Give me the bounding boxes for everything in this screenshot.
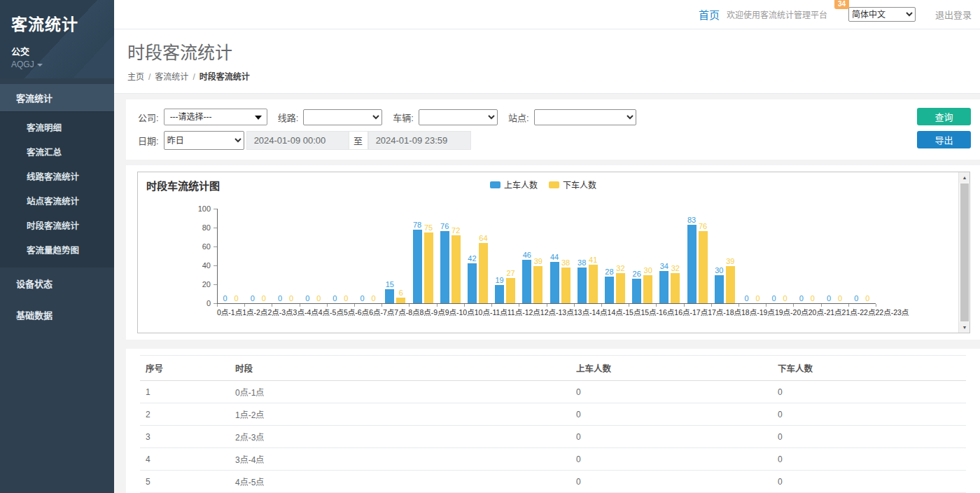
- scroll-up-icon[interactable]: ▲: [959, 172, 970, 183]
- bar-上车人数[interactable]: 44: [550, 253, 559, 303]
- table-cell: 0: [570, 381, 772, 403]
- bar-下车人数[interactable]: 64: [479, 234, 488, 303]
- x-label-3点-4点: 3点-4点: [293, 307, 318, 317]
- vehicle-select[interactable]: [419, 109, 498, 125]
- sidebar-item-站点客流统计[interactable]: 站点客流统计: [0, 188, 114, 213]
- date-start-input[interactable]: [246, 131, 349, 150]
- bar-下车人数[interactable]: 0: [753, 294, 762, 303]
- table-header-row: 序号时段上车人数下车人数: [140, 356, 966, 381]
- bar-上车人数[interactable]: 0: [330, 294, 340, 303]
- bar-上车人数[interactable]: 42: [468, 254, 477, 303]
- bar-上车人数[interactable]: 0: [825, 294, 834, 303]
- scrollbar-thumb[interactable]: [960, 183, 969, 321]
- sidebar-section-设备状态[interactable]: 设备状态: [0, 268, 114, 299]
- org-switcher[interactable]: AQGJ: [11, 60, 104, 69]
- bar-下车人数[interactable]: 0: [780, 294, 790, 303]
- bar-下车人数[interactable]: 0: [342, 294, 351, 303]
- sidebar-item-线路客流统计[interactable]: 线路客流统计: [0, 164, 114, 188]
- line-select[interactable]: [303, 109, 382, 125]
- x-label-text: 1点-2点: [242, 307, 267, 317]
- bar-下车人数[interactable]: 76: [699, 222, 708, 303]
- bar-上车人数[interactable]: 0: [769, 294, 778, 303]
- x-axis-category-labels: 0点-1点1点-2点2点-3点3点-4点4点-5点5点-6点6点-7点7点-8点…: [217, 307, 876, 317]
- bar-下车人数[interactable]: 0: [232, 294, 241, 303]
- bar-上车人数[interactable]: 0: [248, 294, 257, 303]
- bar-下车人数[interactable]: 0: [836, 294, 845, 303]
- bar-上车人数[interactable]: 34: [659, 262, 668, 303]
- chart-scrollbar[interactable]: ▲ ▼: [958, 172, 969, 333]
- bar-上车人数[interactable]: 0: [276, 294, 285, 303]
- bar-上车人数[interactable]: 0: [358, 294, 367, 303]
- bar-上车人数[interactable]: 28: [605, 268, 614, 303]
- bar-上车人数[interactable]: 83: [687, 216, 696, 303]
- bar-下车人数[interactable]: 27: [506, 269, 515, 303]
- bar-下车人数[interactable]: 38: [561, 258, 570, 303]
- bar-下车人数[interactable]: 0: [808, 294, 817, 303]
- bar-value-label: 0: [278, 294, 282, 303]
- bar-下车人数[interactable]: 72: [451, 226, 461, 303]
- bar-下车人数[interactable]: 0: [314, 294, 323, 303]
- export-button[interactable]: 导出: [917, 131, 971, 148]
- bar-上车人数[interactable]: 15: [385, 280, 394, 303]
- y-tick-label: 40: [178, 261, 211, 270]
- sidebar-item-时段客流统计[interactable]: 时段客流统计: [0, 213, 114, 237]
- bar-下车人数[interactable]: 32: [616, 264, 625, 303]
- bar-上车人数[interactable]: 0: [220, 294, 230, 303]
- bar-上车人数[interactable]: 0: [852, 294, 861, 303]
- bar-rect: [561, 268, 570, 303]
- bar-下车人数[interactable]: 6: [396, 289, 405, 303]
- date-end-input[interactable]: [368, 131, 471, 150]
- bar-value-label: 0: [744, 294, 748, 303]
- legend-item-下车人数[interactable]: 下车人数: [549, 179, 596, 190]
- language-select[interactable]: 简体中文: [848, 7, 916, 22]
- breadcrumb-item-主页[interactable]: 主页: [127, 72, 144, 82]
- bar-上车人数[interactable]: 26: [632, 270, 641, 303]
- bar-group-10点-11点: 1927: [491, 269, 519, 303]
- bar-上车人数[interactable]: 76: [440, 222, 449, 303]
- bar-上车人数[interactable]: 30: [715, 266, 724, 304]
- date-preset-select[interactable]: 昨日: [164, 131, 244, 150]
- bar-下车人数[interactable]: 39: [533, 257, 542, 303]
- bar-上车人数[interactable]: 0: [742, 294, 751, 303]
- bar-下车人数[interactable]: 0: [287, 294, 296, 303]
- scroll-down-icon[interactable]: ▼: [959, 322, 970, 333]
- home-link[interactable]: 首页: [699, 7, 720, 22]
- sidebar-section-基础数据[interactable]: 基础数据: [0, 299, 114, 331]
- sidebar-item-客流明细[interactable]: 客流明细: [0, 115, 114, 139]
- bar-下车人数[interactable]: 0: [259, 294, 268, 303]
- sidebar-item-客流量趋势图[interactable]: 客流量趋势图: [0, 237, 114, 262]
- search-button[interactable]: 查询: [917, 108, 971, 125]
- bar-上车人数[interactable]: 0: [797, 294, 806, 303]
- bar-下车人数[interactable]: 30: [643, 266, 652, 304]
- stats-table: 序号时段上车人数下车人数 10点-1点0021点-2点0032点-3点0043点…: [140, 355, 966, 493]
- x-label-text: 12点-13点: [540, 307, 574, 317]
- bar-下车人数[interactable]: 39: [726, 257, 735, 303]
- breadcrumb-item-客流统计[interactable]: 客流统计: [155, 72, 188, 82]
- bar-上车人数[interactable]: 19: [495, 276, 504, 303]
- bar-上车人数[interactable]: 46: [522, 251, 531, 303]
- bar-下车人数[interactable]: 75: [424, 223, 433, 303]
- bar-下车人数[interactable]: 0: [863, 294, 872, 303]
- bar-上车人数[interactable]: 78: [413, 221, 422, 303]
- page-title: 时段客流统计: [127, 39, 980, 64]
- bar-上车人数[interactable]: 38: [578, 258, 587, 303]
- bar-下车人数[interactable]: 41: [589, 256, 598, 303]
- bar-rect: [533, 266, 542, 303]
- sidebar-nav: 客流统计客流明细客流汇总线路客流统计站点客流统计时段客流统计客流量趋势图设备状态…: [0, 84, 114, 331]
- bar-上车人数[interactable]: 0: [303, 294, 312, 303]
- table-header-上车人数: 上车人数: [570, 356, 772, 381]
- bar-value-label: 41: [589, 256, 597, 264]
- bar-value-label: 30: [715, 266, 723, 275]
- bar-rect: [699, 231, 708, 303]
- bar-下车人数[interactable]: 0: [369, 294, 378, 303]
- station-select[interactable]: [534, 109, 636, 125]
- sidebar-section-客流统计[interactable]: 客流统计: [0, 84, 114, 112]
- bar-value-label: 46: [523, 251, 531, 259]
- legend-item-上车人数[interactable]: 上车人数: [490, 179, 538, 190]
- sidebar-item-客流汇总[interactable]: 客流汇总: [0, 139, 114, 164]
- bar-value-label: 0: [838, 294, 842, 303]
- bar-下车人数[interactable]: 32: [671, 264, 680, 303]
- table-cell: 0: [570, 471, 772, 493]
- company-select[interactable]: ---请选择---: [164, 109, 267, 125]
- logout-link[interactable]: 退出登录: [935, 8, 972, 21]
